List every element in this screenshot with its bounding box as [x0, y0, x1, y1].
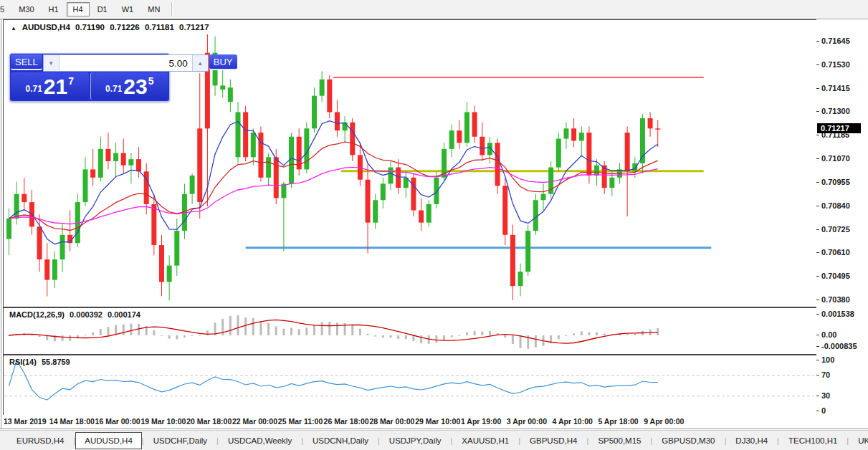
quote-open: 0.71190 [75, 23, 105, 32]
price-axis-label: 0.70955 [821, 178, 850, 186]
macd-value-main: 0.000392 [70, 310, 102, 319]
buy-price-pip: 5 [148, 75, 154, 87]
time-axis-label: 13 Mar 2019 [4, 417, 47, 426]
chart-symbol: AUDUSD,H4 [22, 23, 70, 32]
main-chart-panel[interactable]: ▲ AUDUSD,H4 0.71190 0.71226 0.71181 0.71… [3, 19, 818, 307]
macd-indicator-panel[interactable]: MACD(12,26,9) 0.000392 0.000174 [3, 307, 818, 355]
axis-tick [816, 314, 819, 315]
timeframe-button-m30[interactable]: M30 [12, 2, 40, 16]
time-axis-label: 28 Mar 00:00 [369, 417, 414, 426]
axis-tick [816, 229, 819, 230]
axis-tick [816, 360, 819, 360]
timeframe-button-h1[interactable]: H1 [42, 2, 65, 16]
buy-price-prefix: 0.71 [105, 84, 122, 94]
sell-button[interactable]: SELL [11, 54, 42, 70]
rsi-axis-label: 30 [821, 391, 830, 400]
axis-tick [816, 64, 819, 65]
quote-low: 0.71181 [145, 23, 174, 32]
chart-tab-gbpusd-m30[interactable]: GBPUSD,M30 [652, 432, 724, 449]
chart-tab-usdchf-daily[interactable]: USDCHF,Daily [144, 432, 216, 449]
volume-decrease-button[interactable]: ▼ [44, 55, 59, 71]
triangle-down-icon: ▼ [48, 60, 54, 67]
buy-price-button[interactable]: 0.71235 [90, 72, 169, 100]
rsi-axis-label: 70 [821, 370, 830, 379]
rsi-value: 55.8759 [42, 358, 70, 366]
trading-terminal-window: 5M30H1H4D1W1MN ▲ AUDUSD,H4 0.71190 0.712… [0, 0, 868, 450]
time-axis-label: 25 Mar 11:00 [278, 417, 323, 426]
macd-value-signal: 0.000174 [108, 310, 140, 319]
chart-tab-xauusd-h1[interactable]: XAUUSD,H1 [452, 432, 518, 449]
sell-price-prefix: 0.71 [25, 84, 42, 94]
chart-tab-eurusd-h4[interactable]: EURUSD,H4 [7, 432, 73, 449]
chart-tab-audusd-h4[interactable]: AUDUSD,H4 [75, 432, 141, 449]
price-axis-label: 0.71530 [821, 60, 850, 69]
time-axis-label: 19 Mar 10:00 [140, 417, 186, 426]
chart-tab-uko[interactable]: UKO [849, 432, 868, 449]
one-click-trading-panel: SELL ▼ ▲ BUY 0.71217 0.71235 [9, 53, 170, 102]
chart-tab-tech100-h1[interactable]: TECH100,H1 [779, 432, 846, 449]
price-axis-label: 0.70380 [821, 295, 850, 304]
window-frame-line [1, 19, 1, 429]
macd-label: MACD(12,26,9) 0.000392 0.000174 [9, 310, 140, 319]
toolbar-separator [171, 2, 173, 16]
timeframe-button-h4[interactable]: H4 [67, 2, 90, 16]
timeframe-button-mn[interactable]: MN [141, 2, 166, 16]
time-axis-label: 5 Apr 18:00 [598, 417, 638, 426]
axis-tick [816, 158, 819, 159]
chart-tab-sp500-m15[interactable]: SP500,M15 [588, 432, 650, 449]
chart-tab-usdjpy-daily[interactable]: USDJPY,Daily [380, 432, 451, 449]
axis-tick [816, 375, 819, 375]
price-axis-label: 0.70840 [821, 201, 850, 210]
macd-axis-label: -0.000835 [821, 342, 857, 350]
axis-tick [816, 206, 819, 206]
quote-high: 0.71226 [110, 23, 140, 32]
rsi-axis-label: 100 [821, 355, 834, 364]
sell-price-button[interactable]: 0.71217 [11, 72, 89, 100]
time-axis-label: 9 Apr 00:00 [644, 417, 684, 426]
timeframe-button-d1[interactable]: D1 [91, 2, 114, 16]
buy-button[interactable]: BUY [209, 54, 237, 70]
price-axis-label: 0.71300 [821, 107, 850, 115]
time-axis-label: 1 Apr 19:00 [461, 417, 501, 426]
price-axis-label: 0.70725 [821, 225, 850, 234]
timeframe-button-5[interactable]: 5 [0, 2, 11, 16]
time-axis-label: 3 Apr 00:00 [507, 417, 547, 426]
volume-increase-button[interactable]: ▲ [192, 55, 208, 71]
price-axis-label: 0.71645 [821, 37, 850, 45]
axis-tick [816, 135, 819, 135]
time-axis-label: 22 Mar 00:00 [232, 417, 277, 426]
axis-tick [816, 300, 819, 300]
timeframe-button-w1[interactable]: W1 [115, 2, 140, 16]
time-axis-label: 26 Mar 18:00 [324, 417, 369, 426]
chart-tab-usdcad-weekly[interactable]: USDCAD,Weekly [219, 432, 301, 449]
rsi-name: RSI(14) [9, 358, 37, 366]
rsi-axis-label: 0 [821, 406, 826, 415]
axis-tick [816, 346, 819, 347]
macd-axis-label: 0.00 [821, 330, 836, 339]
chart-tab-gbpusd-h4[interactable]: GBPUSD,H4 [520, 432, 586, 449]
rsi-label: RSI(14) 55.8759 [9, 358, 70, 366]
volume-stepper: ▼ ▲ [43, 54, 209, 72]
time-axis-label: 4 Apr 10:00 [553, 417, 593, 426]
chart-header: ▲ AUDUSD,H4 0.71190 0.71226 0.71181 0.71… [11, 23, 212, 32]
timeframe-toolbar: 5M30H1H4D1W1MN [0, 0, 868, 19]
chart-tab-dj30-h4[interactable]: DJ30,H4 [726, 432, 777, 449]
axis-tick [816, 396, 819, 396]
volume-input[interactable] [59, 55, 192, 71]
collapse-icon[interactable]: ▲ [11, 25, 16, 32]
sell-price-pip: 7 [68, 75, 74, 87]
rsi-plot [4, 355, 816, 413]
price-axis-label: 0.70610 [821, 248, 850, 257]
rsi-indicator-panel[interactable]: RSI(14) 55.8759 [3, 355, 818, 416]
chart-tab-bar: EURUSD,H4|AUDUSD,H4|USDCHF,Daily|USDCAD,… [0, 430, 868, 450]
time-axis-label: 14 Mar 18:00 [49, 417, 95, 426]
axis-tick [816, 41, 819, 42]
price-axis-label: 0.71070 [821, 154, 850, 163]
current-price-tag: 0.71217 [817, 123, 861, 133]
chart-tab-usdcnh-daily[interactable]: USDCNH,Daily [303, 432, 378, 449]
axis-tick [816, 276, 819, 277]
price-axis: 0.716450.715300.714150.713000.711850.710… [816, 19, 868, 429]
buy-price-big: 23 [123, 77, 147, 97]
time-axis-label: 16 Mar 00:00 [95, 417, 140, 426]
macd-name: MACD(12,26,9) [9, 310, 65, 319]
